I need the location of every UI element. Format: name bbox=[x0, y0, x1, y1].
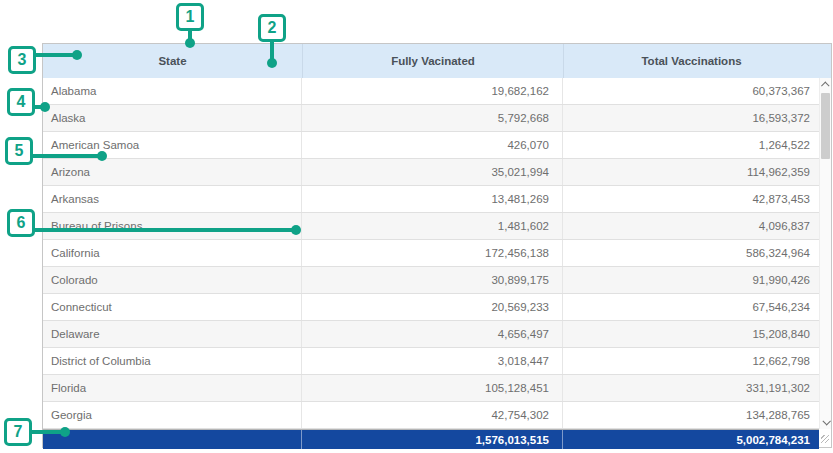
total-vaccinations-cell: 91,990,426 bbox=[563, 267, 819, 293]
table-row[interactable]: District of Columbia 3,018,447 12,662,79… bbox=[43, 348, 819, 375]
total-vaccinations-cell: 134,288,765 bbox=[563, 402, 819, 428]
vaccination-table-screenshot: State Fully Vacinated Total Vaccinations… bbox=[0, 0, 833, 453]
table-row[interactable]: Arkansas 13,481,269 42,873,453 bbox=[43, 186, 819, 213]
callout-5-dot bbox=[97, 151, 107, 161]
callout-6-dot bbox=[291, 225, 301, 235]
total-state-cell bbox=[43, 430, 302, 449]
state-cell: Florida bbox=[43, 375, 302, 401]
state-cell: California bbox=[43, 240, 302, 266]
state-cell: Arkansas bbox=[43, 186, 302, 212]
callout-1-dot bbox=[185, 38, 195, 48]
total-vaccinations-cell: 331,191,302 bbox=[563, 375, 819, 401]
table-body: Alabama 19,682,162 60,373,367 Alaska 5,7… bbox=[43, 78, 831, 429]
table-row[interactable]: Alabama 19,682,162 60,373,367 bbox=[43, 78, 819, 105]
column-header-total-vaccinations[interactable]: Total Vaccinations bbox=[563, 44, 819, 78]
fully-vacinated-cell: 5,792,668 bbox=[302, 105, 563, 131]
fully-vacinated-cell: 42,754,302 bbox=[302, 402, 563, 428]
callout-5-badge: 5 bbox=[5, 137, 33, 165]
state-cell: Arizona bbox=[43, 159, 302, 185]
fully-vacinated-cell: 105,128,451 bbox=[302, 375, 563, 401]
total-vaccinations-cell: 67,546,234 bbox=[563, 294, 819, 320]
chevron-down-icon bbox=[822, 417, 830, 425]
table-row[interactable]: Connecticut 20,569,233 67,546,234 bbox=[43, 294, 819, 321]
column-header-state[interactable]: State bbox=[43, 44, 302, 78]
callout-2-dot bbox=[267, 58, 277, 68]
state-cell: Alabama bbox=[43, 78, 302, 104]
fully-vacinated-cell: 30,899,175 bbox=[302, 267, 563, 293]
fully-vacinated-cell: 4,656,497 bbox=[302, 321, 563, 347]
fully-vacinated-cell: 172,456,138 bbox=[302, 240, 563, 266]
vertical-scrollbar[interactable] bbox=[819, 78, 831, 429]
callout-7-badge: 7 bbox=[4, 418, 32, 446]
table-row[interactable]: Arizona 35,021,994 114,962,359 bbox=[43, 159, 819, 186]
state-cell: Colorado bbox=[43, 267, 302, 293]
state-cell: Bureau of Prisons bbox=[43, 213, 302, 239]
fully-vacinated-cell: 426,070 bbox=[302, 132, 563, 158]
header-filler bbox=[819, 44, 831, 78]
total-vaccinations-cell: 15,208,840 bbox=[563, 321, 819, 347]
total-vaccinations-sum-cell: 5,002,784,231 bbox=[563, 430, 819, 449]
fully-vacinated-cell: 3,018,447 bbox=[302, 348, 563, 374]
callout-7-arm bbox=[30, 430, 64, 434]
callout-6-badge: 6 bbox=[7, 209, 35, 237]
resize-grip-icon bbox=[821, 435, 829, 443]
callout-5-arm bbox=[31, 154, 101, 158]
total-vaccinations-cell: 60,373,367 bbox=[563, 78, 819, 104]
chevron-up-icon bbox=[821, 81, 829, 89]
callout-3-dot bbox=[72, 50, 82, 60]
total-vaccinations-cell: 12,662,798 bbox=[563, 348, 819, 374]
table-row[interactable]: Colorado 30,899,175 91,990,426 bbox=[43, 267, 819, 294]
fully-vacinated-cell: 19,682,162 bbox=[302, 78, 563, 104]
scroll-down-button[interactable] bbox=[820, 415, 832, 429]
table-row[interactable]: Georgia 42,754,302 134,288,765 bbox=[43, 402, 819, 429]
callout-4-badge: 4 bbox=[7, 88, 35, 116]
fully-vacinated-cell: 20,569,233 bbox=[302, 294, 563, 320]
total-vaccinations-cell: 114,962,359 bbox=[563, 159, 819, 185]
table-total-row: 1,576,013,515 5,002,784,231 bbox=[43, 429, 819, 449]
table-row[interactable]: Alaska 5,792,668 16,593,372 bbox=[43, 105, 819, 132]
state-cell: Connecticut bbox=[43, 294, 302, 320]
fully-vacinated-cell: 13,481,269 bbox=[302, 186, 563, 212]
callout-3-arm bbox=[35, 53, 75, 57]
state-cell: Delaware bbox=[43, 321, 302, 347]
state-cell: Georgia bbox=[43, 402, 302, 428]
callout-4-dot bbox=[40, 102, 50, 112]
total-fully-vacinated-cell: 1,576,013,515 bbox=[302, 430, 563, 449]
callout-1-badge: 1 bbox=[176, 3, 204, 31]
table-row[interactable]: Delaware 4,656,497 15,208,840 bbox=[43, 321, 819, 348]
table-row[interactable]: California 172,456,138 586,324,964 bbox=[43, 240, 819, 267]
table-row[interactable]: Florida 105,128,451 331,191,302 bbox=[43, 375, 819, 402]
callout-6-arm bbox=[33, 228, 295, 232]
state-cell: District of Columbia bbox=[43, 348, 302, 374]
vaccinations-table: State Fully Vacinated Total Vaccinations… bbox=[42, 43, 832, 448]
state-cell: Alaska bbox=[43, 105, 302, 131]
table-row[interactable]: American Samoa 426,070 1,264,522 bbox=[43, 132, 819, 159]
scroll-up-button[interactable] bbox=[820, 78, 832, 92]
total-vaccinations-cell: 16,593,372 bbox=[563, 105, 819, 131]
fully-vacinated-cell: 1,481,602 bbox=[302, 213, 563, 239]
fully-vacinated-cell: 35,021,994 bbox=[302, 159, 563, 185]
table-row[interactable]: Bureau of Prisons 1,481,602 4,096,837 bbox=[43, 213, 819, 240]
callout-7-dot bbox=[60, 427, 70, 437]
total-vaccinations-cell: 42,873,453 bbox=[563, 186, 819, 212]
total-vaccinations-cell: 4,096,837 bbox=[563, 213, 819, 239]
total-vaccinations-cell: 586,324,964 bbox=[563, 240, 819, 266]
callout-3-badge: 3 bbox=[8, 46, 36, 74]
scrollbar-thumb[interactable] bbox=[821, 93, 830, 159]
callout-2-badge: 2 bbox=[258, 14, 286, 42]
column-header-fully-vacinated[interactable]: Fully Vacinated bbox=[302, 44, 563, 78]
total-vaccinations-cell: 1,264,522 bbox=[563, 132, 819, 158]
table-header-row: State Fully Vacinated Total Vaccinations bbox=[43, 44, 831, 78]
